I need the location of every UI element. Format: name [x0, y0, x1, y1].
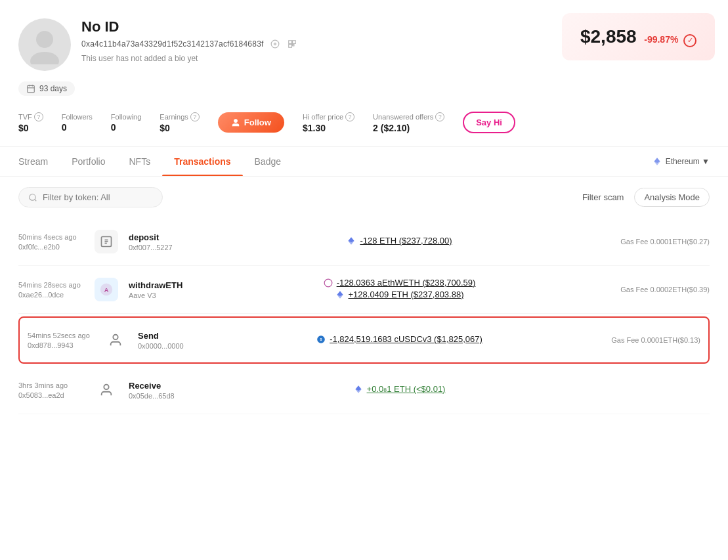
say-hi-button[interactable]: Say Hi [463, 112, 515, 133]
tx-method-2: withdrawETH Aave V3 [129, 280, 207, 299]
transactions-list: 50mins 4secs ago 0xf0fc...e2b0 deposit 0… [0, 218, 728, 414]
tvf-value: $0 [18, 123, 43, 133]
hi-offer-value: $1.30 [303, 123, 354, 133]
eth-icon [347, 236, 356, 246]
tab-portfolio[interactable]: Portfolio [60, 147, 117, 176]
tx-method-1: deposit 0xf007...5227 [129, 232, 207, 251]
aave-amount-icon [324, 278, 333, 288]
avatar [18, 18, 71, 71]
follow-icon [231, 118, 240, 127]
svg-text:A: A [104, 287, 109, 293]
svg-point-13 [234, 119, 237, 122]
svg-rect-5 [288, 41, 291, 44]
table-row: 54mins 52secs ago 0xd878...9943 Send 0x0… [18, 316, 710, 364]
tab-nfts[interactable]: NFTs [117, 147, 162, 176]
tx-time-hash-4: 3hrs 3mins ago 0x5083...ea2d [18, 381, 84, 399]
tvf-info-icon[interactable]: ? [34, 112, 43, 121]
price-check-icon: ✓ [683, 34, 696, 47]
tx-aave-icon: A [95, 278, 118, 301]
stats-row: TVF ? $0 Followers 0 Following 0 Earning… [0, 106, 728, 147]
earnings-info-icon[interactable]: ? [190, 112, 200, 121]
hi-offer-info-icon[interactable]: ? [345, 112, 354, 121]
svg-point-1 [30, 52, 59, 64]
tab-transactions[interactable]: Transactions [162, 147, 242, 176]
tx-amounts-2: -128.0363 aEthWETH ($238,700.59) +128.04… [218, 278, 581, 301]
tvf-stat: TVF ? $0 [18, 112, 43, 133]
tx-gas-1: Gas Fee 0.0001ETH($0.27) [591, 238, 710, 246]
ethereum-network-selector[interactable]: Ethereum ▼ [653, 157, 710, 166]
hi-offer-price: Hi offer price ? $1.30 [303, 112, 354, 133]
price-card: $2,858 -99.87% ✓ [562, 13, 715, 60]
table-row: 50mins 4secs ago 0xf0fc...e2b0 deposit 0… [18, 218, 710, 266]
tx-method-3: Send 0x0000...0000 [138, 331, 217, 350]
tabs-row: Stream Portfolio NFTs Transactions Badge… [0, 147, 728, 177]
tx-receive-icon [95, 378, 118, 402]
eth-amount-icon [335, 290, 345, 299]
qr-icon[interactable] [286, 38, 298, 50]
follow-btn-label: Follow [244, 118, 271, 127]
following-label: Following [111, 113, 141, 121]
search-icon [28, 193, 37, 202]
svg-point-29 [113, 335, 118, 339]
following-stat: Following 0 [111, 113, 141, 133]
analysis-mode-button[interactable]: Analysis Mode [634, 188, 710, 207]
usdc-icon: $ [316, 335, 326, 344]
unanswered-offers: Unanswered offers ? 2 ($2.10) [373, 112, 444, 133]
filter-actions: Filter scam Analysis Mode [582, 188, 710, 207]
ethereum-icon [653, 157, 662, 166]
copy-icon[interactable] [269, 38, 281, 50]
unanswered-value: 2 ($2.10) [373, 123, 444, 133]
price-change: -99.87% [644, 34, 678, 45]
tx-amounts-1: -128 ETH ($237,728.00) [218, 236, 581, 248]
profile-section: No ID 0xa4c11b4a73a43329d1f52c3142137acf… [0, 0, 728, 81]
followers-label: Followers [62, 113, 93, 121]
svg-point-0 [36, 31, 53, 48]
tx-gas-3: Gas Fee 0.0001ETH($0.13) [582, 336, 700, 344]
tx-method-4: Receive 0x05de...65d8 [129, 381, 207, 400]
svg-rect-9 [28, 85, 35, 93]
table-row: 3hrs 3mins ago 0x5083...ea2d Receive 0x0… [18, 366, 710, 414]
tab-stream[interactable]: Stream [18, 147, 60, 176]
tx-time-hash-3: 54mins 52secs ago 0xd878...9943 [28, 332, 93, 349]
tvf-label: TVF ? [18, 112, 43, 121]
svg-point-16 [30, 194, 35, 200]
earnings-label: Earnings ? [160, 112, 199, 121]
filter-input-wrap[interactable] [18, 187, 163, 207]
tx-time-hash-1: 50mins 4secs ago 0xf0fc...e2b0 [18, 233, 84, 251]
earnings-value: $0 [160, 123, 199, 133]
svg-rect-6 [292, 41, 295, 44]
unanswered-info-icon[interactable]: ? [435, 112, 444, 121]
svg-rect-7 [288, 45, 291, 48]
tx-amounts-3: $ -1,824,519.1683 cUSDCv3 ($1,825,067) [227, 334, 572, 346]
svg-point-32 [104, 385, 108, 389]
filter-scam-button[interactable]: Filter scam [582, 192, 624, 202]
following-value: 0 [111, 122, 141, 133]
tab-badge[interactable]: Badge [243, 147, 293, 176]
tx-send-icon [104, 328, 127, 352]
tx-amounts-4: +0.0₈1 ETH (<$0.01) [218, 384, 581, 396]
tx-deposit-icon [95, 230, 118, 253]
tx-time-hash-2: 54mins 28secs ago 0xae26...0dce [18, 281, 84, 299]
filter-row: Filter scam Analysis Mode [0, 177, 728, 218]
days-label: 93 days [39, 84, 67, 93]
follow-button[interactable]: Follow [218, 112, 284, 133]
svg-line-17 [35, 199, 37, 201]
svg-point-26 [324, 279, 332, 287]
table-row: 54mins 28secs ago 0xae26...0dce A withdr… [18, 266, 710, 314]
price-value: $2,858 [580, 26, 637, 47]
svg-text:$: $ [320, 337, 322, 341]
aave-logo-icon: A [99, 282, 114, 297]
calendar-icon [26, 84, 35, 93]
earnings-stat: Earnings ? $0 [160, 112, 199, 133]
followers-stat: Followers 0 [62, 113, 93, 133]
tx-gas-2: Gas Fee 0.0002ETH($0.39) [591, 286, 710, 293]
followers-value: 0 [62, 122, 93, 133]
hi-offer-section: Hi offer price ? $1.30 Unanswered offers… [303, 112, 515, 133]
filter-input[interactable] [43, 192, 148, 202]
days-badge: 93 days [18, 81, 75, 96]
svg-rect-8 [292, 45, 293, 46]
eth-receive-icon [354, 385, 363, 394]
